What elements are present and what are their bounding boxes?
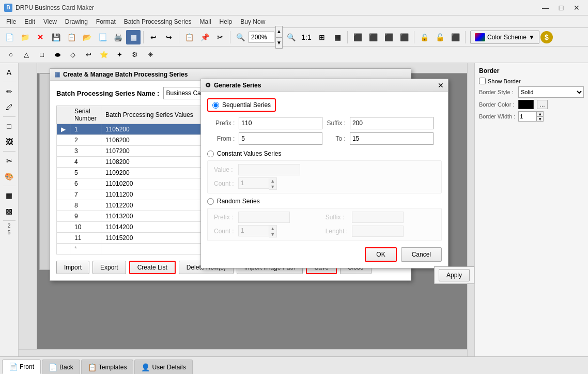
apply-button[interactable]: Apply [439, 269, 470, 281]
row-indicator [57, 222, 70, 233]
horizontal-scrollbar[interactable] [19, 349, 467, 356]
cancel-button[interactable]: Cancel [401, 247, 442, 262]
border-style-select[interactable]: Solid Dashed Dotted [518, 86, 584, 98]
export-button[interactable]: Export [92, 261, 126, 274]
menu-buynow[interactable]: Buy Now [236, 17, 269, 26]
random-radio[interactable] [207, 198, 214, 205]
menu-format[interactable]: Format [92, 17, 120, 26]
currency-button[interactable]: $ [540, 31, 553, 43]
pen-tool[interactable]: 🖊 [2, 100, 17, 114]
rand-suffix-label: Suffix : [326, 214, 348, 221]
save-as-button[interactable]: 📋 [64, 30, 79, 44]
pencil-tool[interactable]: ✏ [2, 84, 17, 99]
menu-edit[interactable]: Edit [20, 17, 39, 26]
star5-tool[interactable]: ⭐ [97, 48, 111, 62]
unlock-button[interactable]: 🔓 [432, 30, 447, 44]
sequential-box: Sequential Series [207, 98, 276, 112]
star4-tool[interactable]: ✦ [113, 48, 126, 62]
constant-radio[interactable] [207, 151, 214, 157]
constant-row: Constant Values Series [207, 150, 442, 157]
tab-templates[interactable]: 📋 Templates [81, 360, 134, 374]
border-color-swatch[interactable] [518, 100, 534, 109]
menu-view[interactable]: View [39, 17, 61, 26]
sequential-radio[interactable] [212, 102, 219, 109]
prefix-input[interactable] [239, 117, 322, 129]
show-border-checkbox[interactable] [479, 78, 486, 84]
maximize-button[interactable]: □ [554, 2, 568, 13]
sun-tool[interactable]: ✳ [144, 48, 157, 62]
copy-button[interactable]: 📋 [182, 30, 196, 44]
cut-button[interactable]: ✂ [213, 30, 227, 44]
menu-file[interactable]: File [2, 17, 20, 26]
gen-icon: ⚙ [205, 82, 211, 89]
crop-tool[interactable]: ✂ [2, 154, 17, 168]
zoom-up[interactable]: ▲ [275, 26, 283, 37]
lock-button[interactable]: 🔒 [417, 30, 431, 44]
qr-tool[interactable]: ▩ [2, 204, 17, 218]
border-color-picker[interactable]: … [537, 100, 548, 109]
zoom-100-button[interactable]: 1:1 [299, 30, 314, 44]
color-tool[interactable]: 🎨 [2, 169, 17, 184]
random-label: Random Series [217, 198, 260, 205]
paste-button[interactable]: 📌 [197, 30, 212, 44]
new-button[interactable]: 📄 [2, 30, 17, 44]
from-input[interactable] [239, 132, 322, 145]
circle-tool[interactable]: ○ [4, 48, 18, 62]
rect-tool[interactable]: □ [35, 48, 49, 62]
import-button[interactable]: Import [56, 261, 89, 274]
undo-button[interactable]: ↩ [146, 30, 161, 44]
menu-help[interactable]: Help [215, 17, 237, 26]
triangle-tool[interactable]: △ [20, 48, 33, 62]
border-width-down[interactable]: ▼ [536, 116, 544, 122]
close-button[interactable]: ✕ [569, 2, 584, 13]
menu-mail[interactable]: Mail [196, 17, 215, 26]
menu-batch[interactable]: Batch Processing Series [120, 17, 196, 26]
shapes-tool[interactable]: □ [2, 119, 17, 133]
align-center-button[interactable]: ⬛ [366, 30, 380, 44]
zoom-down[interactable]: ▼ [275, 37, 283, 49]
diamond-tool[interactable]: ◇ [66, 48, 80, 62]
image-tool[interactable]: 🖼 [2, 134, 17, 149]
ellipse-tool[interactable]: ⬬ [51, 48, 64, 62]
open-button[interactable]: 📁 [18, 30, 32, 44]
align-left-button[interactable]: ⬛ [350, 30, 365, 44]
table-button[interactable]: ▦ [330, 30, 345, 44]
preview-button[interactable]: 📃 [95, 30, 110, 44]
ok-button[interactable]: OK [365, 247, 396, 262]
batch-button[interactable]: ▦ [126, 30, 141, 44]
text-tool[interactable]: A [2, 65, 17, 80]
gen-dialog-content: Sequential Series Prefix : Suffix : From… [201, 92, 448, 268]
tab-back[interactable]: 📄 Back [42, 360, 80, 374]
gear-tool[interactable]: ⚙ [128, 48, 142, 62]
border-width-input[interactable] [518, 111, 536, 122]
row-serial: 1 [70, 124, 101, 135]
suffix-input[interactable] [350, 117, 434, 129]
redo-button[interactable]: ↪ [162, 30, 176, 44]
minimize-button[interactable]: — [538, 2, 553, 13]
vertical-scrollbar[interactable] [467, 63, 474, 356]
create-list-button[interactable]: Create List [129, 261, 176, 274]
tab-front[interactable]: 📄 Front [2, 360, 41, 374]
gen-close-button[interactable]: ✕ [438, 81, 444, 89]
zoom-input[interactable]: 200% [249, 32, 274, 43]
border-width-up[interactable]: ▲ [536, 111, 544, 116]
zoom-btn[interactable]: 🔍 [233, 30, 247, 44]
print-button[interactable]: 🖨️ [111, 30, 125, 44]
show-border-label: Show Border [488, 78, 521, 84]
tab-user-details[interactable]: 👤 User Details [134, 360, 192, 374]
to-input[interactable] [350, 132, 434, 145]
grid-button[interactable]: ⊞ [315, 30, 329, 44]
close-file-button[interactable]: ✕ [33, 30, 48, 44]
encrypt-button[interactable]: ⬛ [448, 30, 462, 44]
arrow-tool[interactable]: ↩ [82, 48, 95, 62]
align-right-button[interactable]: ⬛ [381, 30, 396, 44]
align-justify-button[interactable]: ⬛ [397, 30, 411, 44]
save-button[interactable]: 💾 [49, 30, 63, 44]
generate-series-dialog: ⚙ Generate Series ✕ Sequential Series Pr… [200, 79, 448, 268]
zoom-out-button[interactable]: 🔍 [284, 30, 298, 44]
color-scheme-button[interactable]: Color Scheme ▼ [470, 31, 539, 44]
menu-drawing[interactable]: Drawing [61, 17, 92, 26]
bottom-tab-bar: 📄 Front 📄 Back 📋 Templates 👤 User Detail… [0, 356, 588, 374]
open-folder-button[interactable]: 📂 [80, 30, 94, 44]
barcode-tool[interactable]: ▦ [2, 188, 17, 203]
